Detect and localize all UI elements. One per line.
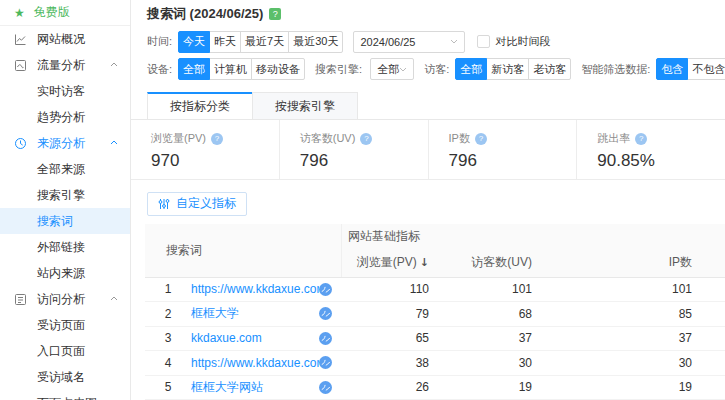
search-terms-table: 搜索词 网站基础指标 浏览量(PV)↓ 访客数(UV) IP数 1 https:…: [145, 224, 725, 400]
site-overview-icon: [14, 33, 27, 46]
keyword-link[interactable]: kkdaxue.com: [191, 331, 319, 345]
sidebar-item-trend-analysis[interactable]: 趋势分析: [0, 104, 130, 130]
sidebar-item-label: 受访页面: [37, 317, 85, 334]
time-range-group: 今天 昨天 最近7天 最近30天: [178, 31, 343, 53]
info-icon[interactable]: ?: [360, 133, 372, 145]
pv-value: 79: [342, 307, 429, 321]
sidebar-version-badge[interactable]: ★ 免费版: [0, 0, 130, 26]
column-pv[interactable]: 浏览量(PV)↓: [342, 254, 429, 271]
date-picker-value: 2024/06/25: [360, 36, 415, 48]
visitor-returning-button[interactable]: 老访客: [528, 58, 571, 80]
uv-value: 19: [429, 380, 532, 394]
visitor-group: 全部 新访客 老访客: [455, 58, 571, 80]
search-engine-icon[interactable]: [319, 356, 342, 369]
sidebar-item-traffic-analysis[interactable]: 流量分析: [0, 52, 130, 78]
visitor-new-button[interactable]: 新访客: [486, 58, 529, 80]
time-yesterday-button[interactable]: 昨天: [209, 31, 241, 53]
rank: 3: [145, 331, 191, 345]
sidebar: ★ 免费版 网站概况 流量分析 实时访客 趋势分析 来源分析 全部来源: [0, 0, 131, 400]
sidebar-item-external-links[interactable]: 外部链接: [0, 234, 130, 260]
sidebar-item-visited-domains[interactable]: 受访域名: [0, 364, 130, 390]
compare-period-label: 对比时间段: [495, 34, 550, 49]
metric-pv-value: 970: [151, 151, 279, 171]
sidebar-item-label: 外部链接: [37, 239, 85, 256]
uv-value: 37: [429, 331, 532, 345]
metric-ip: IP数? 796: [428, 120, 577, 178]
visitor-filter-label: 访客:: [424, 62, 449, 77]
sidebar-item-internal-sources[interactable]: 站内来源: [0, 260, 130, 286]
table-header: 搜索词 网站基础指标 浏览量(PV)↓ 访客数(UV) IP数: [145, 224, 725, 278]
search-engine-icon[interactable]: [319, 381, 342, 394]
smart-exclude-button[interactable]: 不包含: [687, 58, 725, 80]
column-ip[interactable]: IP数: [532, 254, 692, 271]
chevron-up-icon: [110, 296, 118, 301]
custom-metrics-button[interactable]: 自定义指标: [147, 192, 247, 216]
device-filter-label: 设备:: [147, 62, 172, 77]
device-computer-button[interactable]: 计算机: [209, 58, 252, 80]
info-icon[interactable]: ?: [635, 133, 647, 145]
search-engine-icon[interactable]: [319, 307, 342, 320]
sidebar-item-all-sources[interactable]: 全部来源: [0, 156, 130, 182]
info-icon[interactable]: ?: [211, 133, 223, 145]
info-icon[interactable]: ?: [475, 133, 487, 145]
keyword-link[interactable]: 框框大学网站: [191, 379, 319, 396]
device-mobile-button[interactable]: 移动设备: [251, 58, 305, 80]
sidebar-item-page-click-map[interactable]: 页面点击图: [0, 390, 130, 400]
chevron-down-icon: [450, 39, 458, 44]
time-last30days-button[interactable]: 最近30天: [288, 31, 343, 53]
tab-by-metric[interactable]: 按指标分类: [147, 92, 253, 119]
keyword-link[interactable]: https://www.kkdaxue.com/: [191, 356, 319, 370]
engine-select[interactable]: 全部: [370, 58, 414, 80]
keyword-link[interactable]: https://www.kkdaxue.com: [191, 282, 319, 296]
smart-include-button[interactable]: 包含: [656, 58, 688, 80]
sidebar-item-visited-pages[interactable]: 受访页面: [0, 312, 130, 338]
table-row: 5 框框大学网站 26 19 19: [145, 376, 725, 400]
uv-value: 101: [429, 282, 532, 296]
sidebar-item-label: 搜索词: [37, 213, 73, 230]
help-icon[interactable]: ?: [269, 8, 281, 20]
table-row: 2 框框大学 79 68 85: [145, 302, 725, 327]
date-picker[interactable]: 2024/06/25: [353, 31, 465, 53]
segment-filter-row: 设备: 全部 计算机 移动设备 搜索引擎: 全部 访客: 全部 新访客 老访客 …: [131, 56, 725, 84]
sidebar-item-label: 全部来源: [37, 161, 85, 178]
custom-metrics-label: 自定义指标: [176, 195, 236, 212]
sort-desc-icon[interactable]: ↓: [420, 256, 429, 269]
metric-bounce-rate-value: 90.85%: [597, 151, 725, 171]
sidebar-item-label: 站内来源: [37, 265, 85, 282]
sidebar-item-label: 页面点击图: [37, 395, 97, 400]
table-row: 1 https://www.kkdaxue.com 110 101 101: [145, 278, 725, 303]
sidebar-item-label: 搜索引擎: [37, 187, 85, 204]
main-content: 搜索词 (2024/06/25) ? 时间: 今天 昨天 最近7天 最近30天 …: [131, 0, 725, 400]
search-engine-icon[interactable]: [319, 332, 342, 345]
column-uv[interactable]: 访客数(UV): [429, 254, 532, 271]
pv-value: 65: [342, 331, 429, 345]
compare-period-checkbox[interactable]: [477, 35, 490, 48]
sidebar-item-search-engines[interactable]: 搜索引擎: [0, 182, 130, 208]
pv-value: 26: [342, 380, 429, 394]
sidebar-item-label: 流量分析: [37, 57, 85, 74]
time-last7days-button[interactable]: 最近7天: [240, 31, 289, 53]
visitor-all-button[interactable]: 全部: [455, 58, 487, 80]
sidebar-item-visit-analysis[interactable]: 访问分析: [0, 286, 130, 312]
keyword-link[interactable]: 框框大学: [191, 305, 319, 322]
column-group-site-metrics: 网站基础指标: [342, 224, 725, 250]
sidebar-item-search-terms[interactable]: 搜索词: [0, 208, 130, 234]
ip-value: 37: [532, 331, 692, 345]
metric-uv-value: 796: [300, 151, 428, 171]
ip-value: 19: [532, 380, 692, 394]
sidebar-item-source-analysis[interactable]: 来源分析: [0, 130, 130, 156]
sidebar-item-label: 趋势分析: [37, 109, 85, 126]
pv-value: 110: [342, 282, 429, 296]
search-engine-icon[interactable]: [319, 283, 342, 296]
sidebar-item-entry-pages[interactable]: 入口页面: [0, 338, 130, 364]
metric-ip-label: IP数: [449, 131, 470, 146]
rank: 5: [145, 380, 191, 394]
sidebar-item-label: 网站概况: [37, 31, 85, 48]
time-filter-row: 时间: 今天 昨天 最近7天 最近30天 2024/06/25 对比时间段: [131, 28, 725, 56]
device-all-button[interactable]: 全部: [178, 58, 210, 80]
tab-by-search-engine[interactable]: 按搜索引擎: [252, 92, 358, 119]
smart-filter-group: 包含 不包含: [656, 58, 725, 80]
sidebar-item-site-overview[interactable]: 网站概况: [0, 26, 130, 52]
sidebar-item-realtime-visitors[interactable]: 实时访客: [0, 78, 130, 104]
time-today-button[interactable]: 今天: [178, 31, 210, 53]
